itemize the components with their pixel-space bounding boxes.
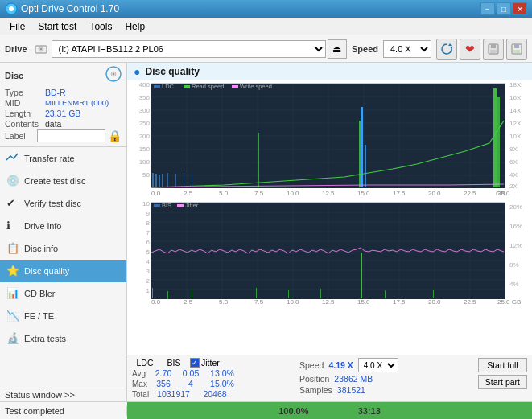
- total-bis: 20468: [199, 389, 231, 399]
- menu-help[interactable]: Help: [118, 19, 151, 34]
- status-window-label: Status window >>: [5, 390, 75, 400]
- menu-start-test[interactable]: Start test: [31, 19, 83, 34]
- drive-select[interactable]: (I:) ATAPI iHBS112 2 PL06: [52, 40, 326, 58]
- sidebar-item-fe-te[interactable]: 📉 FE / TE: [0, 305, 126, 327]
- speed-dropdown[interactable]: 4.0 X 2.0 X 8.0 X: [358, 358, 398, 372]
- start-full-button[interactable]: Start full: [478, 358, 527, 372]
- stats-bar: LDC BIS ✓ Jitter Avg 2.70 0.05 13.0% Max…: [127, 355, 532, 401]
- svg-point-4: [40, 48, 42, 50]
- heart-button[interactable]: ❤: [460, 39, 480, 60]
- close-button[interactable]: ✕: [513, 2, 527, 15]
- length-label: Length: [5, 109, 45, 118]
- svg-point-1: [9, 6, 14, 11]
- avg-label: Avg: [132, 369, 148, 378]
- mid-value: MILLENMR1 (000): [45, 98, 109, 108]
- svg-text:0.0: 0.0: [151, 190, 161, 197]
- speed-select[interactable]: 4.0 X 2.0 X 6.0 X 8.0 X: [383, 40, 431, 58]
- dq-header-icon: ●: [134, 65, 140, 78]
- svg-rect-126: [288, 290, 289, 298]
- svg-point-14: [113, 73, 114, 75]
- avg-ldc: 2.70: [151, 368, 175, 378]
- svg-rect-52: [184, 85, 190, 88]
- svg-text:12.5: 12.5: [322, 190, 335, 197]
- svg-text:12.5: 12.5: [322, 298, 335, 306]
- svg-rect-128: [385, 290, 386, 298]
- svg-rect-124: [361, 253, 362, 298]
- sidebar-item-create-test-disc[interactable]: 💿 Create test disc: [0, 170, 126, 192]
- cd-bler-label: CD Bler: [24, 289, 56, 298]
- svg-text:200: 200: [139, 133, 151, 140]
- svg-rect-121: [152, 288, 153, 298]
- svg-text:20.0: 20.0: [428, 298, 441, 306]
- status-window-toggle[interactable]: Status window >>: [0, 388, 126, 401]
- sidebar-item-extra-tests[interactable]: 🔬 Extra tests: [0, 327, 126, 350]
- max-label: Max: [132, 380, 148, 388]
- svg-rect-64: [361, 107, 363, 187]
- svg-text:Write speed: Write speed: [240, 83, 272, 90]
- svg-text:16X: 16X: [509, 94, 522, 101]
- svg-text:Read speed: Read speed: [192, 83, 224, 90]
- minimize-button[interactable]: −: [480, 2, 495, 15]
- svg-text:0.0: 0.0: [151, 298, 161, 306]
- svg-text:2: 2: [146, 277, 151, 285]
- dq-header-title: Disc quality: [145, 66, 199, 77]
- svg-text:10: 10: [142, 200, 150, 207]
- svg-rect-123: [192, 290, 192, 298]
- svg-text:LDC: LDC: [162, 83, 175, 90]
- samples-value: 381521: [337, 385, 365, 395]
- svg-rect-104: [177, 204, 184, 207]
- samples-label: Samples: [299, 385, 332, 395]
- sidebar: Disc Type BD-R MID MILLENMR1 (000) Lengt…: [0, 63, 127, 401]
- svg-rect-102: [154, 204, 160, 207]
- stats-ldc-bis: LDC BIS ✓ Jitter Avg 2.70 0.05 13.0% Max…: [132, 358, 293, 399]
- svg-text:17.5: 17.5: [393, 190, 406, 197]
- svg-rect-58: [159, 175, 160, 187]
- svg-text:50: 50: [142, 171, 150, 179]
- sidebar-item-transfer-rate[interactable]: Transfer rate: [0, 147, 126, 170]
- disc-label-input[interactable]: [37, 129, 105, 142]
- drive-icon: [32, 40, 50, 58]
- max-ldc: 356: [151, 379, 175, 388]
- drive-bar: Drive (I:) ATAPI iHBS112 2 PL06 ⏏ Speed …: [0, 35, 532, 63]
- speed-position-section: Speed 4.19 X 4.0 X 2.0 X 8.0 X Position …: [293, 358, 422, 395]
- svg-rect-11: [513, 50, 520, 53]
- svg-text:7.5: 7.5: [254, 190, 264, 197]
- speed-stat-value: 4.19 X: [328, 360, 353, 370]
- start-part-button[interactable]: Start part: [478, 375, 527, 389]
- progress-bar-container: 100.0% 33:13: [127, 402, 532, 419]
- save-button1[interactable]: [483, 39, 504, 60]
- svg-text:2.5: 2.5: [184, 190, 193, 197]
- app-title: Opti Drive Control 1.70: [21, 3, 480, 14]
- speed-label: Speed: [352, 44, 378, 54]
- sidebar-item-disc-info[interactable]: 📋 Disc info: [0, 237, 126, 260]
- svg-text:1: 1: [146, 287, 151, 294]
- svg-text:15.0: 15.0: [357, 298, 370, 306]
- eject-button[interactable]: ⏏: [328, 39, 347, 59]
- lock-icon: 🔒: [108, 129, 122, 142]
- save-button2[interactable]: [506, 39, 527, 60]
- svg-text:18X: 18X: [509, 81, 522, 88]
- svg-text:10.0: 10.0: [287, 190, 299, 197]
- svg-text:14X: 14X: [509, 107, 522, 114]
- svg-rect-125: [256, 288, 257, 298]
- svg-text:5: 5: [146, 249, 151, 256]
- disc-info-label: Disc info: [24, 244, 58, 253]
- menu-file[interactable]: File: [3, 19, 31, 34]
- svg-rect-69: [258, 133, 259, 187]
- sidebar-item-drive-info[interactable]: ℹ Drive info: [0, 215, 126, 237]
- jitter-checkbox[interactable]: ✓: [190, 358, 200, 368]
- sidebar-item-cd-bler[interactable]: 📊 CD Bler: [0, 282, 126, 305]
- drive-info-icon: ℹ: [6, 220, 19, 232]
- maximize-button[interactable]: □: [497, 2, 511, 15]
- svg-text:15.0: 15.0: [357, 190, 370, 197]
- drive-info-label: Drive info: [24, 221, 61, 231]
- sidebar-item-verify-test-disc[interactable]: ✔ Verify test disc: [0, 192, 126, 215]
- menu-tools[interactable]: Tools: [83, 19, 118, 34]
- transfer-rate-label: Transfer rate: [24, 154, 75, 163]
- cd-bler-icon: 📊: [6, 287, 19, 300]
- refresh-button[interactable]: [436, 39, 457, 60]
- svg-text:3: 3: [146, 268, 151, 275]
- svg-marker-5: [448, 43, 452, 46]
- sidebar-item-disc-quality[interactable]: ⭐ Disc quality: [0, 260, 126, 282]
- start-buttons: Start full Start part: [478, 358, 527, 389]
